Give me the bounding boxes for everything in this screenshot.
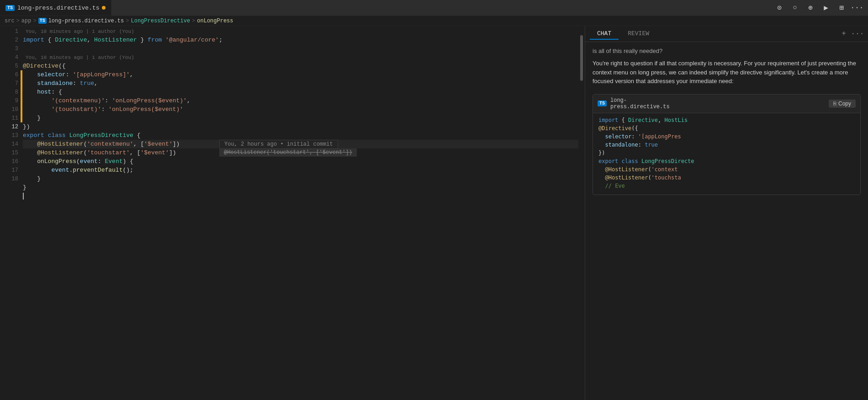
- code-line-15[interactable]: event.preventDefault();: [23, 166, 578, 174]
- toolbar-icons: ⊙ ○ ⊕ ▶ ⊞ ···: [773, 1, 863, 14]
- sep1: >: [16, 18, 20, 24]
- add-panel-icon[interactable]: +: [838, 28, 850, 40]
- ln-14: 14: [0, 140, 18, 148]
- code-line-18[interactable]: [23, 192, 578, 200]
- sep4: >: [192, 18, 195, 24]
- run-icon[interactable]: ⊕: [804, 1, 817, 14]
- blame-line-1: You, 10 minutes ago | 1 author (You): [23, 27, 578, 36]
- text-cursor: [23, 193, 24, 200]
- code-ref-body: import { Directive, HostLis @Directive({…: [593, 113, 860, 195]
- tab-bar: TS long-press.directive.ts ⊙ ○ ⊕ ▶ ⊞ ···: [0, 0, 868, 16]
- ln-9: 9: [0, 96, 18, 105]
- ln-1: 1: [0, 27, 18, 36]
- code-ref-line-2: @Directive({: [598, 125, 855, 133]
- code-line-3[interactable]: @Directive({: [23, 62, 578, 70]
- code-ref-line-8: @HostListener('touchsta: [598, 174, 855, 183]
- code-line-12[interactable]: @HostListener('contextmenu', ['$event'])…: [23, 140, 578, 148]
- sep3: >: [126, 18, 129, 24]
- ln-15: 15: [0, 148, 18, 157]
- git-icon[interactable]: ○: [789, 1, 801, 14]
- split-icon[interactable]: ⊞: [835, 1, 848, 14]
- editor-scrollbar[interactable]: [578, 26, 585, 400]
- code-ref-line-1: import { Directive, HostLis: [598, 117, 855, 125]
- code-line-11[interactable]: export class LongPressDirective {: [23, 131, 578, 140]
- ln-5: 5: [0, 62, 18, 70]
- copy-button[interactable]: ⎘ Copy: [829, 100, 856, 108]
- code-line-17[interactable]: }: [23, 183, 578, 192]
- main-content: 1 2 3 4 5 6 7 8 9 10 11 12 13 14 15 16 1…: [0, 26, 868, 400]
- right-panel-tabs: CHAT REVIEW + ···: [585, 26, 868, 42]
- breadcrumb: src > app > TS long-press.directive.ts >…: [0, 16, 868, 26]
- right-panel: CHAT REVIEW + ··· is all of this really …: [585, 26, 868, 400]
- code-line-6[interactable]: host: {: [23, 88, 578, 96]
- code-line-7[interactable]: '(contextmenu)': 'onLongPress($event)',: [23, 96, 578, 105]
- more-icon[interactable]: ···: [851, 1, 863, 14]
- breadcrumb-method[interactable]: onLongPress: [197, 18, 233, 24]
- code-container[interactable]: 1 2 3 4 5 6 7 8 9 10 11 12 13 14 15 16 1…: [0, 26, 585, 400]
- code-ref-line-5: }): [598, 150, 855, 158]
- ln-17: 17: [0, 166, 18, 174]
- code-line-9[interactable]: }: [23, 114, 578, 122]
- code-ref-block: TS long-press.directive.ts ⎘ Copy import…: [593, 94, 861, 195]
- tab-review[interactable]: REVIEW: [620, 28, 656, 40]
- file-tab[interactable]: TS long-press.directive.ts: [0, 0, 111, 16]
- ln-4: 4: [0, 53, 18, 62]
- play-icon[interactable]: ▶: [820, 1, 832, 14]
- ln-13: 13: [0, 131, 18, 140]
- code-line-13[interactable]: @HostListener('touchstart', ['$event']) …: [23, 148, 578, 157]
- search-icon[interactable]: ⊙: [773, 1, 786, 14]
- ln-11: 11: [0, 114, 18, 122]
- blame-line-3: You, 10 minutes ago | 1 author (You): [23, 53, 578, 62]
- breadcrumb-src[interactable]: src: [5, 18, 15, 24]
- tab-filename: long-press.directive.ts: [17, 5, 99, 11]
- ln-18: 18: [0, 174, 18, 183]
- modified-dot: [102, 6, 106, 10]
- more-panel-icon[interactable]: ···: [852, 28, 863, 40]
- code-line-8[interactable]: '(touchstart)': 'onLongPress($event)': [23, 105, 578, 114]
- chat-content: is all of this really needed? You're rig…: [585, 42, 868, 400]
- ln-3: 3: [0, 44, 18, 53]
- breadcrumb-app[interactable]: app: [21, 18, 32, 24]
- code-line-14[interactable]: onLongPress(event: Event) {: [23, 157, 578, 166]
- ln-2: 2: [0, 36, 18, 44]
- chat-answer: You're right to question if all that com…: [593, 59, 861, 86]
- code-line-4[interactable]: selector: '[appLongPress]',: [23, 70, 578, 79]
- code-line-2[interactable]: [23, 44, 578, 53]
- tab-chat[interactable]: CHAT: [590, 28, 619, 40]
- chat-question: is all of this really needed?: [593, 47, 861, 54]
- code-ref-filename: long-press.directive.ts: [610, 97, 670, 110]
- ln-12: 12: [0, 122, 18, 131]
- code-ref-ts-badge: TS: [598, 100, 607, 106]
- code-ref-line-7: @HostListener('context: [598, 166, 855, 174]
- code-line-16[interactable]: }: [23, 174, 578, 183]
- editor[interactable]: 1 2 3 4 5 6 7 8 9 10 11 12 13 14 15 16 1…: [0, 26, 585, 400]
- ln-10: 10: [0, 105, 18, 114]
- ln-7: 7: [0, 79, 18, 88]
- inline-tooltip: You, 2 hours ago • initial commit: [219, 140, 338, 149]
- code-ref-line-9: // Eve: [598, 183, 855, 191]
- scrollbar-thumb[interactable]: [580, 35, 583, 81]
- strikethrough-tooltip: @HostListener('touchstart', ['$event']): [219, 148, 357, 157]
- breadcrumb-ts-badge: TS: [38, 18, 47, 24]
- code-ref-line-3: selector: '[appLongPres: [598, 133, 855, 142]
- ln-16: 16: [0, 157, 18, 166]
- breadcrumb-class[interactable]: LongPressDirective: [131, 18, 190, 24]
- code-ref-line-4: standalone: true: [598, 142, 855, 150]
- ln-8: 8: [0, 88, 18, 96]
- code-ref-line-6: export class LongPressDirecte: [598, 158, 855, 166]
- copy-icon: ⎘: [833, 100, 836, 107]
- sep2: >: [33, 18, 36, 24]
- code-lines[interactable]: You, 10 minutes ago | 1 author (You) imp…: [23, 26, 578, 400]
- ts-badge: TS: [5, 5, 15, 11]
- line-numbers: 1 2 3 4 5 6 7 8 9 10 11 12 13 14 15 16 1…: [0, 26, 23, 400]
- ln-6: 6: [0, 70, 18, 79]
- breadcrumb-file[interactable]: long-press.directive.ts: [48, 18, 124, 24]
- code-ref-header: TS long-press.directive.ts ⎘ Copy: [593, 95, 860, 113]
- code-line-1[interactable]: import { Directive, HostListener } from …: [23, 36, 578, 44]
- code-line-5[interactable]: standalone: true,: [23, 79, 578, 88]
- code-line-10[interactable]: }): [23, 122, 578, 131]
